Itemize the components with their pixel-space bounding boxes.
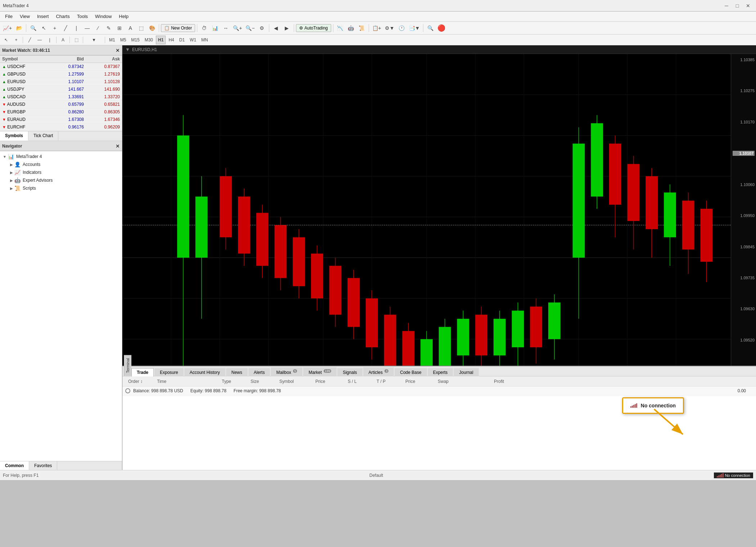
term-tab-exposure[interactable]: Exposure <box>154 368 184 376</box>
tf-h4[interactable]: H4 <box>166 36 176 44</box>
mw-row-audusd[interactable]: ▼ AUDUSD 0.65799 0.65821 <box>0 101 122 108</box>
mw-tab-symbols[interactable]: Symbols <box>0 131 28 141</box>
toolbar-period-sep[interactable]: | <box>71 23 81 33</box>
tf-d1[interactable]: D1 <box>177 36 187 44</box>
term-tab-alerts[interactable]: Alerts <box>248 368 270 376</box>
minimize-button[interactable]: ─ <box>721 2 732 10</box>
tf-vline[interactable]: | <box>45 36 54 44</box>
term-tab-mailbox[interactable]: Mailbox 5 <box>271 367 302 376</box>
toolbar-trendline[interactable]: ∕ <box>93 23 103 33</box>
nav-scripts[interactable]: ▶ 📜 Scripts <box>0 184 122 192</box>
tf-m30[interactable]: M30 <box>143 36 155 44</box>
term-tab-articles[interactable]: Articles 3 <box>363 367 394 376</box>
menu-help[interactable]: Help <box>115 12 132 21</box>
mw-row-eurgbp[interactable]: ▼ EURGBP 0.86280 0.86305 <box>0 108 122 116</box>
toolbar-properties[interactable]: ⚙ <box>257 23 267 33</box>
menu-tools[interactable]: Tools <box>73 12 91 21</box>
mw-ask-audusd: 0.65821 <box>86 101 122 108</box>
tf-text[interactable]: A <box>58 36 68 44</box>
nav-expert-advisors[interactable]: ▶ 🤖 Expert Advisors <box>0 176 122 184</box>
navigator-close[interactable]: ✕ <box>116 143 120 149</box>
term-tab-trade[interactable]: Trade <box>131 368 154 376</box>
price-label-2: 1.10275 <box>733 89 755 93</box>
tf-m5[interactable]: M5 <box>118 36 129 44</box>
toolbar-crosshair[interactable]: + <box>50 23 60 33</box>
menu-window[interactable]: Window <box>91 12 115 21</box>
toolbar-new-chart[interactable]: 📈+ <box>1 23 13 33</box>
toolbar-time[interactable]: 🕐 <box>397 23 407 33</box>
toolbar-pencil[interactable]: ✎ <box>104 23 114 33</box>
toolbar-zoom-in[interactable]: 🔍 <box>28 23 38 33</box>
toolbar-history[interactable]: ⏱ <box>199 23 209 33</box>
status-right: No connection <box>714 473 753 478</box>
toolbar-auto-scroll[interactable]: ↔ <box>221 23 231 33</box>
menu-file[interactable]: File <box>1 12 16 21</box>
toolbar-chart-shift[interactable]: 📊 <box>210 23 220 33</box>
toolbar-search[interactable]: 🔍 <box>425 23 435 33</box>
toolbar-scripts[interactable]: 📜 <box>357 23 367 33</box>
new-order-button[interactable]: 📋 New Order <box>161 24 195 32</box>
toolbar-back[interactable]: ◀ <box>271 23 281 33</box>
toolbar-cursor[interactable]: ↖ <box>39 23 49 33</box>
tf-m15[interactable]: M15 <box>129 36 141 44</box>
tf-cursor[interactable]: ↖ <box>1 36 11 44</box>
mw-symbol-usdcad: ▲ USDCAD <box>0 93 50 101</box>
nav-tab-common[interactable]: Common <box>0 461 29 470</box>
toolbar-forward[interactable]: ▶ <box>282 23 292 33</box>
mw-row-euraud[interactable]: ▼ EURAUD 1.67308 1.67346 <box>0 116 122 123</box>
autotrading-button[interactable]: ⚙ AutoTrading <box>296 24 331 32</box>
term-tab-journal[interactable]: Journal <box>454 368 478 376</box>
tf-m1[interactable]: M1 <box>107 36 117 44</box>
toolbar-select[interactable]: ⬚ <box>136 23 146 33</box>
dir-icon-audusd: ▼ <box>2 102 6 107</box>
chart-area[interactable]: ▼ EURUSD,H1 <box>122 45 756 470</box>
mw-row-eurusd[interactable]: ▲ EURUSD 1.10107 1.10128 <box>0 78 122 86</box>
tf-w1[interactable]: W1 <box>188 36 198 44</box>
mw-tab-tick-chart[interactable]: Tick Chart <box>28 131 58 141</box>
term-tab-news[interactable]: News <box>226 368 248 376</box>
term-tab-codebase[interactable]: Code Base <box>395 368 427 376</box>
maximize-button[interactable]: □ <box>732 2 742 10</box>
term-tab-signals[interactable]: Signals <box>337 368 362 376</box>
svg-rect-78 <box>701 209 713 262</box>
toolbar-zoom-out[interactable]: 🔍− <box>244 23 256 33</box>
nav-indicators[interactable]: ▶ 📈 Indicators <box>0 168 122 176</box>
nav-tab-favorites[interactable]: Favorites <box>29 461 57 470</box>
close-button[interactable]: ✕ <box>743 2 753 10</box>
tf-color-picker[interactable]: ▼ <box>85 36 103 44</box>
toolbar-color[interactable]: 🎨 <box>147 23 157 33</box>
toolbar-indicator-opts[interactable]: ⚙▼ <box>383 23 396 33</box>
toolbar-templates[interactable]: 📑▼ <box>408 23 422 33</box>
terminal-vtab[interactable]: Terminal <box>124 355 131 376</box>
tf-box[interactable]: ⬚ <box>72 36 81 44</box>
tf-mn[interactable]: MN <box>199 36 210 44</box>
menu-charts[interactable]: Charts <box>52 12 73 21</box>
toolbar-horizontal[interactable]: — <box>82 23 92 33</box>
term-tab-market[interactable]: Market 199 <box>303 367 337 376</box>
toolbar-line[interactable]: ╱ <box>60 23 71 33</box>
mw-row-usdjpy[interactable]: ▲ USDJPY 141.667 141.690 <box>0 86 122 93</box>
toolbar-notification[interactable]: 🔴 <box>436 23 447 33</box>
toolbar-open[interactable]: 📂 <box>14 23 24 33</box>
tf-h1[interactable]: H1 <box>156 36 166 44</box>
toolbar-text[interactable]: A <box>125 23 135 33</box>
toolbar-indicators[interactable]: 📉 <box>335 23 345 33</box>
toolbar-zoom-in2[interactable]: 🔍+ <box>231 23 243 33</box>
nav-accounts[interactable]: ▶ 👤 Accounts <box>0 161 122 168</box>
market-watch-close[interactable]: ✕ <box>116 48 120 53</box>
tf-hline[interactable]: — <box>35 36 44 44</box>
term-tab-experts[interactable]: Experts <box>428 368 453 376</box>
tf-crosshair[interactable]: + <box>12 36 21 44</box>
menu-view[interactable]: View <box>16 12 33 21</box>
mw-row-usdcad[interactable]: ▲ USDCAD 1.33691 1.33720 <box>0 93 122 101</box>
tf-line[interactable]: ╱ <box>25 36 34 44</box>
term-tab-account-history[interactable]: Account History <box>184 368 225 376</box>
nav-metatrader4[interactable]: ▼ 📊 MetaTrader 4 <box>0 153 122 161</box>
toolbar-indicator-list[interactable]: 📋+ <box>371 23 383 33</box>
mw-row-usdchf[interactable]: ▲ USDCHF 0.87342 0.87367 <box>0 63 122 71</box>
menu-insert[interactable]: Insert <box>33 12 53 21</box>
mw-row-eurchf[interactable]: ▼ EURCHF 0.96176 0.96209 <box>0 123 122 131</box>
toolbar-expert[interactable]: 🤖 <box>346 23 356 33</box>
mw-row-gbpusd[interactable]: ▲ GBPUSD 1.27599 1.27619 <box>0 71 122 78</box>
toolbar-grid[interactable]: ⊞ <box>114 23 125 33</box>
